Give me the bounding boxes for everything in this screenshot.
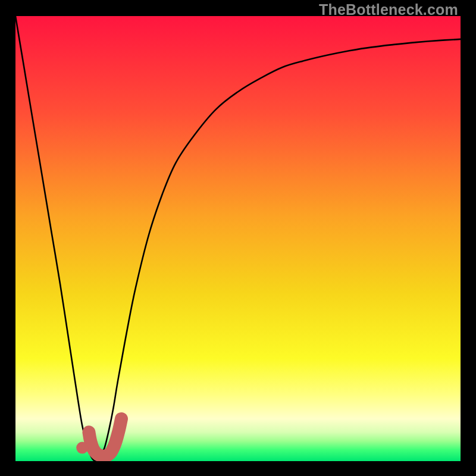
j-marker-dot <box>76 442 88 454</box>
plot-area <box>15 16 461 461</box>
j-marker-stroke <box>89 419 121 456</box>
bottleneck-curve <box>15 16 461 461</box>
watermark-text: TheBottleneck.com <box>319 1 458 18</box>
chart-frame: TheBottleneck.com <box>0 0 476 476</box>
curves-layer <box>15 16 461 461</box>
